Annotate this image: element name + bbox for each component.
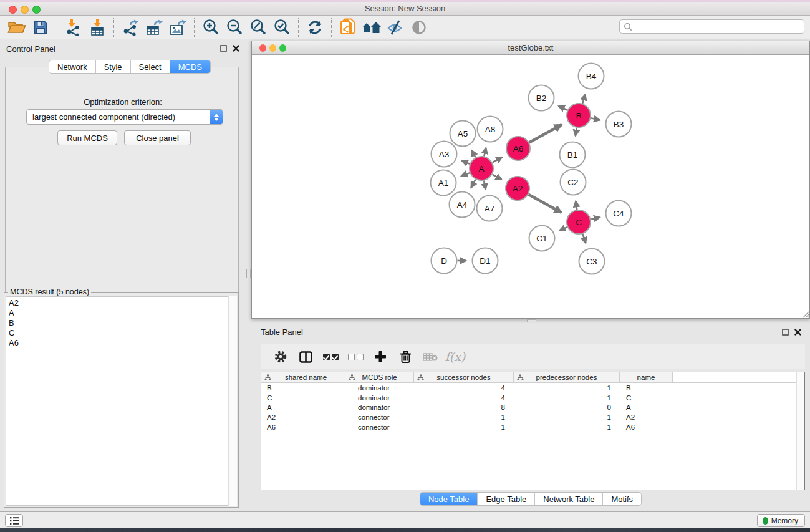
graph-edge[interactable] [493, 175, 502, 180]
tab-mcds[interactable]: MCDS [170, 60, 210, 73]
export-image-button[interactable] [166, 17, 190, 38]
graph-edge[interactable] [462, 161, 470, 164]
mcds-result-item[interactable]: B [9, 318, 236, 328]
home-browser-button[interactable] [360, 17, 383, 38]
graph-node-A7[interactable]: A7 [477, 196, 503, 221]
tab-motifs[interactable]: Motifs [602, 493, 641, 505]
graph-edge[interactable] [591, 218, 600, 220]
table-row[interactable]: A2connector11A2 [261, 412, 804, 422]
mcds-result-list[interactable]: A2ABCA6 [6, 296, 237, 506]
graph-edge[interactable] [529, 125, 562, 143]
delete-table-button[interactable] [418, 346, 443, 367]
horizontal-splitter-handle[interactable] [527, 319, 536, 322]
network-window-titlebar[interactable]: testGlobe.txt [252, 41, 809, 55]
close-panel-icon[interactable] [233, 45, 239, 52]
select-all-button[interactable] [318, 346, 343, 367]
graph-node-A2[interactable]: A2 [506, 177, 529, 200]
apply-layout-button[interactable] [303, 17, 327, 38]
resize-grip-icon[interactable] [801, 309, 809, 318]
graph-edge[interactable] [471, 180, 475, 188]
graph-node-C1[interactable]: C1 [529, 226, 555, 251]
hide-selection-button[interactable] [383, 17, 407, 38]
graph-edge[interactable] [461, 173, 470, 176]
graph-edge[interactable] [493, 157, 503, 163]
zoom-out-button[interactable] [223, 17, 246, 38]
column-header-name[interactable]: name [620, 372, 673, 382]
graph-node-B1[interactable]: B1 [560, 142, 586, 168]
deselect-all-button[interactable] [343, 346, 368, 367]
open-session-button[interactable] [5, 17, 29, 38]
tab-network-table[interactable]: Network Table [534, 493, 602, 505]
tab-network[interactable]: Network [49, 60, 95, 73]
vertical-splitter-handle[interactable] [246, 269, 251, 278]
zoom-selected-button[interactable] [270, 17, 294, 38]
new-network-from-selection-button[interactable] [336, 17, 360, 38]
graph-edge[interactable] [576, 201, 577, 210]
table-scrollbar[interactable] [796, 372, 804, 490]
save-session-button[interactable] [29, 17, 52, 38]
table-options-button[interactable] [268, 346, 293, 367]
search-input[interactable] [632, 20, 804, 33]
graph-node-A5[interactable]: A5 [450, 121, 476, 147]
tab-select[interactable]: Select [130, 60, 170, 73]
show-columns-button[interactable] [293, 346, 318, 367]
mcds-result-item[interactable]: A6 [9, 338, 236, 348]
memory-button[interactable]: Memory [757, 514, 805, 527]
mcds-result-scrollbar[interactable] [228, 296, 237, 506]
import-table-button[interactable] [85, 17, 109, 38]
tab-node-table[interactable]: Node Table [420, 493, 478, 505]
graph-node-C4[interactable]: C4 [606, 201, 632, 226]
close-panel-button[interactable]: Close panel [124, 130, 191, 145]
float-panel-icon[interactable] [782, 329, 789, 336]
graph-node-B2[interactable]: B2 [529, 85, 554, 111]
graph-node-A6[interactable]: A6 [506, 137, 530, 160]
column-header-mcds-role[interactable]: MCDS role [345, 372, 414, 382]
table-row[interactable]: A6connector11A6 [261, 422, 804, 432]
graph-edge[interactable] [471, 150, 475, 158]
graph-node-A4[interactable]: A4 [450, 192, 475, 218]
table-row[interactable]: Adominator80A [261, 402, 804, 412]
graph-edge[interactable] [591, 118, 600, 120]
graph-node-D1[interactable]: D1 [473, 248, 498, 274]
graph-edge[interactable] [582, 234, 586, 243]
mcds-result-item[interactable]: A2 [9, 298, 236, 308]
graph-node-C3[interactable]: C3 [579, 249, 605, 274]
graph-edge[interactable] [559, 227, 567, 231]
table-row[interactable]: Bdominator41B [261, 383, 804, 393]
graph-node-C[interactable]: C [567, 210, 591, 234]
graph-node-A8[interactable]: A8 [478, 117, 503, 142]
tab-edge-table[interactable]: Edge Table [477, 493, 534, 505]
column-header-successor-nodes[interactable]: successor nodes [414, 372, 514, 382]
export-table-button[interactable] [142, 17, 166, 38]
graph-node-A1[interactable]: A1 [431, 170, 456, 196]
function-builder-button[interactable]: f(x) [443, 346, 468, 367]
tab-style[interactable]: Style [95, 60, 130, 73]
network-canvas[interactable]: B4B2BB3A5A8A6A3B1AC2A1A2A4A7C4CC1C3DD1 [252, 55, 809, 318]
graph-edge[interactable] [529, 195, 562, 213]
toolbar-search[interactable] [619, 19, 804, 34]
delete-column-button[interactable] [393, 346, 418, 367]
graph-node-C2[interactable]: C2 [561, 170, 586, 195]
mcds-result-item[interactable]: C [9, 328, 236, 338]
graph-edge[interactable] [484, 148, 486, 157]
graph-edge[interactable] [576, 128, 577, 136]
fit-content-button[interactable] [246, 17, 270, 38]
column-header-predecessor-nodes[interactable]: predecessor nodes [514, 372, 620, 382]
graph-edge[interactable] [582, 94, 586, 104]
show-all-button[interactable] [407, 17, 431, 38]
close-panel-icon[interactable] [794, 329, 801, 336]
show-panels-button[interactable] [5, 514, 23, 527]
import-network-button[interactable] [62, 17, 85, 38]
zoom-in-button[interactable] [199, 17, 223, 38]
run-mcds-button[interactable]: Run MCDS [57, 130, 117, 145]
graph-node-B[interactable]: B [567, 104, 591, 127]
criterion-dropdown[interactable]: largest connected component (directed) [26, 109, 223, 125]
graph-node-B4[interactable]: B4 [579, 64, 604, 89]
float-panel-icon[interactable] [220, 45, 227, 52]
graph-node-D[interactable]: D [432, 248, 457, 274]
graph-edge[interactable] [484, 181, 486, 190]
table-row[interactable]: Cdominator41C [261, 393, 804, 403]
add-column-button[interactable] [368, 346, 393, 367]
graph-node-A[interactable]: A [470, 157, 493, 180]
export-network-button[interactable] [118, 17, 142, 38]
